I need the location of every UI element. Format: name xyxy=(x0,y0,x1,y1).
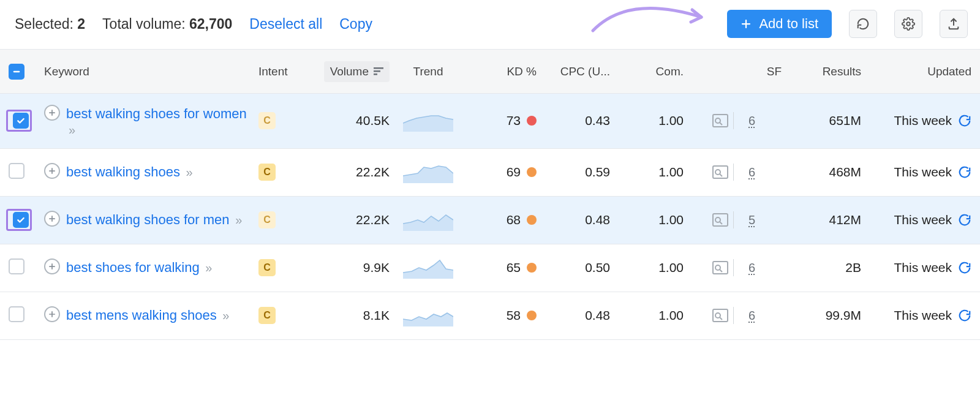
header-volume-label: Volume xyxy=(330,65,369,78)
sf-count[interactable]: 5 xyxy=(748,213,755,227)
export-button[interactable] xyxy=(940,10,968,38)
updated-cell: This week xyxy=(866,300,976,331)
add-to-list-button[interactable]: Add to list xyxy=(727,10,832,38)
header-cpc[interactable]: CPC (U... xyxy=(541,56,615,87)
table-row: best walking shoes for men » C 22.2K 68 … xyxy=(0,197,980,244)
header-com[interactable]: Com. xyxy=(615,56,688,87)
chevron-right-icon: » xyxy=(222,309,229,322)
row-checkbox[interactable] xyxy=(13,212,29,228)
header-volume[interactable]: Volume xyxy=(303,53,394,91)
row-checkbox[interactable] xyxy=(13,113,29,129)
sf-count-cell: 6 xyxy=(744,157,786,188)
serp-features-icon[interactable] xyxy=(712,309,728,322)
row-checkbox[interactable] xyxy=(9,163,24,179)
sf-count[interactable]: 6 xyxy=(748,114,755,128)
row-checkbox[interactable] xyxy=(9,306,24,322)
row-refresh-button[interactable] xyxy=(958,261,971,274)
header-checkbox-cell xyxy=(0,55,39,88)
serp-features-icon[interactable] xyxy=(712,261,728,274)
trend-sparkline xyxy=(403,110,453,132)
updated-label: This week xyxy=(894,113,952,128)
expand-row-button[interactable] xyxy=(44,306,60,322)
com-cell: 1.00 xyxy=(615,204,688,236)
table-header-row: Keyword Intent Volume Trend KD % CPC (U.… xyxy=(0,50,980,94)
svg-point-9 xyxy=(715,217,720,222)
kd-cell: 68 xyxy=(462,204,541,236)
chevron-right-icon: » xyxy=(186,165,192,179)
cpc-cell: 0.48 xyxy=(541,204,615,236)
sf-icon-cell xyxy=(688,104,744,138)
keyword-link[interactable]: best walking shoes for women xyxy=(66,106,247,121)
results-cell: 651M xyxy=(786,105,866,137)
keyword-link[interactable]: best walking shoes xyxy=(66,164,180,179)
add-to-list-label: Add to list xyxy=(759,16,818,32)
expand-row-button[interactable] xyxy=(44,211,60,227)
svg-point-5 xyxy=(715,118,720,123)
sf-count[interactable]: 6 xyxy=(748,165,755,179)
serp-features-icon[interactable] xyxy=(712,213,728,227)
updated-label: This week xyxy=(894,308,952,323)
cpc-cell: 0.59 xyxy=(541,156,615,188)
row-refresh-button[interactable] xyxy=(958,309,971,322)
volume-cell: 22.2K xyxy=(303,156,394,188)
sf-count-cell: 6 xyxy=(744,300,786,331)
selected-count: Selected: 2 xyxy=(15,16,85,32)
refresh-button[interactable] xyxy=(849,10,877,38)
intent-badge: C xyxy=(258,112,276,129)
expand-row-button[interactable] xyxy=(44,105,60,121)
intent-badge: C xyxy=(258,211,276,228)
header-intent[interactable]: Intent xyxy=(254,56,303,87)
expand-row-button[interactable] xyxy=(44,163,60,179)
kd-difficulty-dot xyxy=(527,215,537,225)
cpc-cell: 0.50 xyxy=(541,252,615,284)
keyword-link[interactable]: best shoes for walking xyxy=(66,260,200,275)
updated-cell: This week xyxy=(866,156,976,188)
row-checkbox-cell xyxy=(0,250,39,286)
header-sf[interactable]: SF xyxy=(688,56,786,87)
header-trend[interactable]: Trend xyxy=(394,56,462,87)
table-row: best walking shoes for women » C 40.5K 7… xyxy=(0,94,980,149)
row-refresh-button[interactable] xyxy=(958,165,971,179)
keyword-link[interactable]: best mens walking shoes xyxy=(66,307,217,323)
settings-button[interactable] xyxy=(894,10,922,38)
volume-cell: 9.9K xyxy=(303,252,394,284)
com-cell: 1.00 xyxy=(615,300,688,331)
intent-cell: C xyxy=(254,203,303,237)
annotation-arrow xyxy=(588,1,710,36)
serp-features-icon[interactable] xyxy=(712,165,728,179)
trend-cell xyxy=(394,200,462,239)
com-cell: 1.00 xyxy=(615,252,688,284)
header-results[interactable]: Results xyxy=(786,56,866,87)
svg-point-7 xyxy=(715,170,720,175)
total-volume-value: 62,700 xyxy=(189,16,232,32)
header-updated[interactable]: Updated xyxy=(866,56,976,87)
header-keyword[interactable]: Keyword xyxy=(39,56,254,87)
intent-badge: C xyxy=(258,164,276,181)
results-cell: 468M xyxy=(786,156,866,188)
trend-sparkline xyxy=(403,209,453,231)
com-cell: 1.00 xyxy=(615,156,688,188)
serp-features-icon[interactable] xyxy=(712,114,728,127)
sort-desc-icon xyxy=(374,67,383,76)
row-checkbox[interactable] xyxy=(9,258,24,274)
copy-button[interactable]: Copy xyxy=(339,16,372,32)
select-all-checkbox[interactable] xyxy=(9,64,24,80)
sf-count[interactable]: 6 xyxy=(748,261,755,275)
cpc-cell: 0.48 xyxy=(541,300,615,331)
results-cell: 99.9M xyxy=(786,300,866,331)
keyword-cell: best mens walking shoes » xyxy=(39,295,254,336)
keyword-link[interactable]: best walking shoes for men xyxy=(66,212,230,227)
intent-cell: C xyxy=(254,251,303,285)
row-refresh-button[interactable] xyxy=(958,114,971,127)
header-kd[interactable]: KD % xyxy=(462,56,541,87)
sf-count[interactable]: 6 xyxy=(748,309,755,323)
selected-label: Selected: xyxy=(15,16,74,32)
trend-sparkline xyxy=(403,161,453,183)
keyword-cell: best shoes for walking » xyxy=(39,247,254,288)
row-refresh-button[interactable] xyxy=(958,213,971,227)
deselect-all-button[interactable]: Deselect all xyxy=(249,16,322,32)
expand-row-button[interactable] xyxy=(44,258,60,274)
total-volume: Total volume: 62,700 xyxy=(102,16,232,32)
sf-icon-cell xyxy=(688,155,744,189)
kd-difficulty-dot xyxy=(527,167,537,177)
